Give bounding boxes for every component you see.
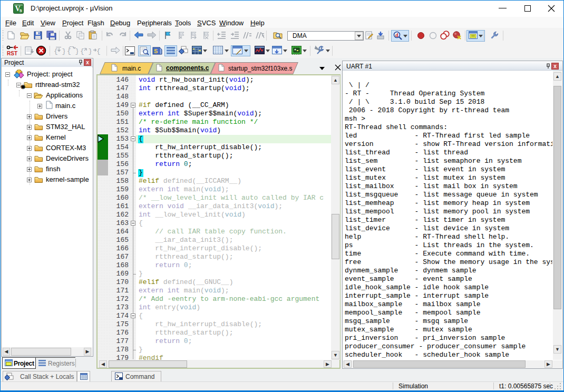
svg-text:{ }: { } xyxy=(67,47,78,55)
svg-text:RST: RST xyxy=(7,51,17,56)
svg-text:S: S xyxy=(154,48,158,54)
svg-text:5: 5 xyxy=(20,8,22,13)
svg-text:d: d xyxy=(395,32,398,38)
svg-text:{ }: { } xyxy=(96,47,104,55)
